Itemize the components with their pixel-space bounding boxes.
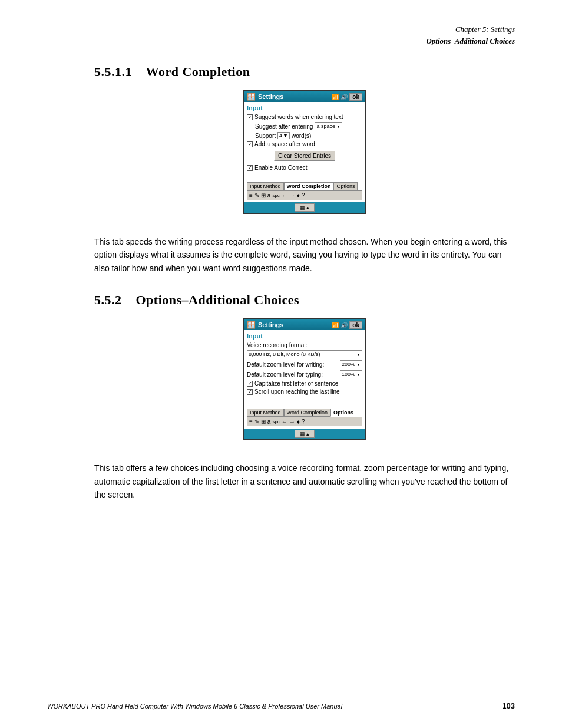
taskbar-inner-1: ▦ ▴	[295, 203, 315, 212]
toolbar-icon-spc[interactable]: spc	[272, 193, 279, 198]
toolbar-icon-right[interactable]: →	[289, 192, 295, 199]
device-tabs-1: Input Method Word Completion Options	[247, 182, 362, 191]
input-section-label-1: Input	[247, 104, 362, 111]
titlebar-title-2: Settings	[258, 321, 283, 328]
toolbar-icon-diamond[interactable]: ♦	[297, 192, 300, 199]
section-5511: 5.5.1.1 Word Completion 🪟 Settings 📶 🔊 o…	[94, 64, 515, 275]
device-titlebar-1: 🪟 Settings 📶 🔊 ok	[244, 91, 365, 102]
zoom-write-label: Default zoom level for writing:	[247, 361, 324, 368]
device-toolbar-1: ≡ ✎ ⊞ a spc ← → ♦ ?	[247, 191, 362, 200]
auto-correct-row: Enable Auto Correct	[247, 164, 362, 171]
tab-word-completion-2[interactable]: Word Completion	[284, 409, 330, 417]
toolbar-icon-menu[interactable]: ≡	[249, 192, 253, 199]
titlebar-left-1: 🪟 Settings	[247, 93, 283, 101]
suggest-after-select[interactable]: a space ▼	[315, 122, 342, 130]
toolbar2-icon-spc[interactable]: spc	[272, 419, 279, 424]
toolbar-icon-grid[interactable]: ⊞	[261, 192, 266, 199]
footer-page-num: 103	[502, 701, 515, 710]
select-arrow-1: ▼	[336, 124, 340, 129]
tab-options-1[interactable]: Options	[333, 182, 358, 190]
device-taskbar-1: ▦ ▴	[244, 202, 365, 213]
scroll-label: Scroll upon reaching the last line	[254, 388, 340, 395]
capitalize-checkbox[interactable]	[247, 381, 253, 387]
tab-input-method-1[interactable]: Input Method	[247, 182, 284, 190]
windows-icon-1: 🪟	[247, 93, 256, 101]
device-tabs-2: Input Method Word Completion Options	[247, 409, 362, 417]
section-heading-552: 5.5.2 Options–Additional Choices	[94, 292, 515, 308]
body-text-2: This tab offers a few choices including …	[94, 462, 515, 501]
titlebar-icons-2: 📶 🔊 ok	[332, 321, 362, 329]
device-body-2: Input Voice recording format: 8,000 Hz, …	[244, 330, 365, 429]
device-screenshot-1: 🪟 Settings 📶 🔊 ok Input Suggest	[243, 90, 366, 214]
titlebar-icons-1: 📶 🔊 ok	[332, 93, 362, 101]
toolbar-icon-help[interactable]: ?	[302, 192, 305, 199]
capitalize-label: Capitalize first letter of sentence	[254, 380, 338, 387]
toolbar2-icon-grid[interactable]: ⊞	[261, 419, 266, 425]
signal-icon-2: 📶	[332, 322, 339, 328]
spacer-2	[247, 397, 362, 405]
voice-select[interactable]: 8,000 Hz, 8 Bit, Mono (8 KB/s) ▼	[247, 350, 362, 358]
ok-button-1[interactable]: ok	[349, 93, 362, 101]
zoom-write-right: 200% ▼	[340, 360, 362, 368]
toolbar2-icon-a[interactable]: a	[267, 419, 271, 425]
tab-input-method-2[interactable]: Input Method	[247, 409, 284, 417]
options-line: Options–Additional Choices	[94, 35, 515, 47]
toolbar2-icon-menu[interactable]: ≡	[249, 419, 253, 425]
zoom-write-arrow: ▼	[356, 363, 361, 367]
voice-label: Voice recording format:	[247, 342, 308, 348]
page-container: Chapter 5: Settings Options–Additional C…	[0, 0, 562, 728]
volume-icon-1: 🔊	[340, 94, 348, 100]
add-space-row: Add a space after word	[247, 141, 362, 147]
suggest-words-checkbox[interactable]	[247, 114, 253, 120]
toolbar2-icon-right[interactable]: →	[289, 419, 295, 425]
num-arrow: ▼	[283, 133, 288, 139]
ok-button-2[interactable]: ok	[349, 321, 362, 329]
zoom-type-arrow: ▼	[356, 373, 361, 377]
scroll-row: Scroll upon reaching the last line	[247, 388, 362, 395]
support-num-select[interactable]: 4 ▼	[277, 132, 290, 139]
titlebar-left-2: 🪟 Settings	[247, 321, 283, 329]
clear-stored-button[interactable]: Clear Stored Entries	[274, 151, 335, 161]
toolbar2-icon-diamond[interactable]: ♦	[297, 419, 300, 425]
device-toolbar-2: ≡ ✎ ⊞ a spc ← → ♦ ?	[247, 417, 362, 426]
body-text-1: This tab speeds the writing process rega…	[94, 235, 515, 275]
toolbar-icon-pen[interactable]: ✎	[254, 192, 259, 199]
add-space-checkbox[interactable]	[247, 141, 253, 147]
spacer-1	[247, 173, 362, 179]
add-space-label: Add a space after word	[254, 141, 315, 147]
chapter-header: Chapter 5: Settings Options–Additional C…	[94, 24, 515, 47]
scroll-checkbox[interactable]	[247, 389, 253, 395]
device-taskbar-2: ▦ ▴	[244, 429, 365, 439]
zoom-write-select[interactable]: 200% ▼	[340, 360, 362, 368]
section-552: 5.5.2 Options–Additional Choices 🪟 Setti…	[94, 292, 515, 501]
taskbar-inner-2: ▦ ▴	[295, 430, 315, 438]
device-titlebar-2: 🪟 Settings 📶 🔊 ok	[244, 319, 365, 330]
volume-icon-2: 🔊	[340, 322, 348, 328]
zoom-type-label: Default zoom level for typing:	[247, 371, 323, 378]
toolbar-icon-left[interactable]: ←	[282, 192, 287, 199]
zoom-type-select[interactable]: 100% ▼	[340, 370, 362, 378]
suggest-words-row: Suggest words when entering text	[247, 114, 362, 120]
auto-correct-checkbox[interactable]	[247, 165, 253, 171]
voice-select-row: 8,000 Hz, 8 Bit, Mono (8 KB/s) ▼	[247, 350, 362, 358]
voice-arrow: ▼	[356, 353, 361, 357]
signal-icon-1: 📶	[332, 94, 339, 100]
titlebar-title-1: Settings	[258, 93, 283, 100]
input-section-label-2: Input	[247, 332, 362, 340]
support-words-row: Support 4 ▼ word(s)	[247, 132, 362, 139]
toolbar2-icon-help[interactable]: ?	[302, 419, 305, 425]
suggest-after-label: Suggest after entering	[255, 123, 313, 130]
toolbar2-icon-left[interactable]: ←	[282, 419, 287, 425]
capitalize-row: Capitalize first letter of sentence	[247, 380, 362, 387]
zoom-type-right: 100% ▼	[340, 370, 362, 378]
zoom-write-row: Default zoom level for writing: 200% ▼	[247, 360, 362, 368]
chapter-line: Chapter 5: Settings	[94, 24, 515, 35]
toolbar2-icon-pen[interactable]: ✎	[254, 419, 259, 425]
tab-word-completion-1[interactable]: Word Completion	[284, 182, 334, 190]
device-body-1: Input Suggest words when entering text S…	[244, 102, 365, 202]
tab-options-2[interactable]: Options	[330, 409, 356, 417]
footer-manual-text: WORKABOUT PRO Hand-Held Computer With Wi…	[47, 703, 342, 710]
page-footer: WORKABOUT PRO Hand-Held Computer With Wi…	[0, 701, 562, 710]
toolbar-icon-a[interactable]: a	[267, 192, 271, 199]
suggest-after-row: Suggest after entering a space ▼	[247, 122, 362, 130]
